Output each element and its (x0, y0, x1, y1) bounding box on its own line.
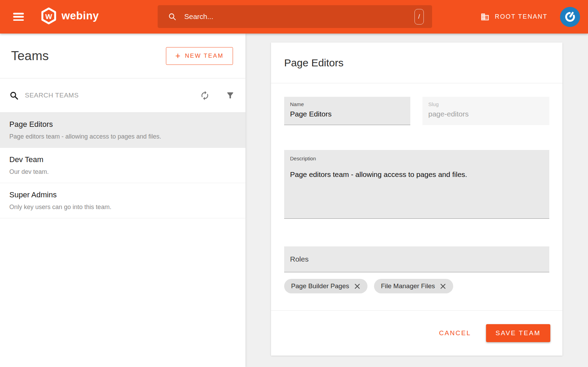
user-avatar[interactable] (560, 7, 580, 27)
menu-icon[interactable] (13, 13, 24, 21)
new-team-button-label: NEW TEAM (185, 53, 224, 59)
roles-chips: Page Builder Pages File Manager Files (284, 279, 549, 293)
cancel-button[interactable]: CANCEL (439, 329, 471, 337)
webiny-logo: W webiny (41, 7, 99, 25)
name-field[interactable]: Name Page Editors (284, 97, 410, 125)
role-chip-page-builder-pages: Page Builder Pages (284, 279, 367, 293)
form-actions: CANCEL SAVE TEAM (271, 310, 562, 356)
global-search-input[interactable] (184, 12, 414, 21)
team-name: Dev Team (9, 155, 235, 164)
new-team-button[interactable]: + NEW TEAM (166, 47, 233, 65)
logo-letter: W (45, 12, 52, 20)
team-list-item-page-editors[interactable]: Page Editors Page editors team - allowin… (0, 113, 245, 148)
refresh-button[interactable] (200, 91, 210, 101)
teams-search-row (0, 78, 245, 113)
team-detail-area: Page Editors Name Page Editors Slug page… (245, 34, 588, 367)
description-field-value: Page editors team - allowing access to p… (290, 170, 543, 179)
role-chip-file-manager-files: File Manager Files (374, 279, 453, 293)
slug-field: Slug page-editors (422, 97, 549, 125)
teams-panel: Teams + NEW TEAM Page Editors Page edito… (0, 34, 245, 367)
page-title: Teams (11, 49, 49, 63)
team-description: Only key users can go into this team. (9, 204, 235, 211)
team-description: Our dev team. (9, 168, 235, 176)
teams-search-input[interactable] (25, 92, 200, 99)
description-field-label: Description (290, 156, 543, 161)
remove-role-button[interactable] (354, 283, 361, 290)
role-chip-label: File Manager Files (381, 282, 435, 290)
team-detail-card: Page Editors Name Page Editors Slug page… (271, 43, 562, 356)
team-detail-title: Page Editors (284, 57, 344, 69)
building-icon (480, 12, 489, 21)
remove-role-button[interactable] (440, 283, 446, 290)
roles-field-label: Roles (290, 255, 309, 263)
topbar-right: ROOT TENANT (480, 0, 580, 34)
team-form: Name Page Editors Slug page-editors Desc… (271, 97, 562, 293)
name-field-label: Name (290, 101, 404, 107)
filter-funnel-icon (226, 91, 235, 100)
name-field-value: Page Editors (290, 110, 404, 118)
close-icon (440, 283, 446, 290)
tenant-selector[interactable]: ROOT TENANT (480, 12, 548, 21)
webiny-logo-hexagon-icon: W (41, 7, 57, 25)
team-detail-header: Page Editors (271, 43, 562, 83)
description-field[interactable]: Description Page editors team - allowing… (284, 150, 549, 219)
tenant-label: ROOT TENANT (495, 13, 548, 20)
slug-field-value: page-editors (428, 110, 543, 118)
roles-field[interactable]: Roles (284, 246, 549, 272)
team-list-item-super-admins[interactable]: Super Admins Only key users can go into … (0, 183, 245, 218)
save-team-button[interactable]: SAVE TEAM (486, 324, 550, 342)
close-icon (354, 283, 361, 290)
team-list-item-dev-team[interactable]: Dev Team Our dev team. (0, 148, 245, 183)
teams-panel-header: Teams + NEW TEAM (0, 34, 245, 78)
slug-field-label: Slug (428, 101, 543, 107)
team-name: Super Admins (9, 190, 235, 199)
refresh-icon (200, 91, 210, 101)
search-icon (168, 12, 177, 21)
brand-wordmark: webiny (62, 10, 99, 22)
search-icon (9, 91, 19, 100)
team-description: Page editors team - allowing access to p… (9, 133, 235, 140)
plus-icon: + (175, 50, 180, 60)
filter-button[interactable] (226, 91, 235, 100)
team-name: Page Editors (9, 120, 235, 129)
slash-shortcut-badge: / (414, 9, 424, 25)
teams-list: Page Editors Page editors team - allowin… (0, 113, 245, 218)
global-search-bar[interactable]: / (158, 5, 432, 28)
role-chip-label: Page Builder Pages (291, 282, 349, 290)
power-avatar-icon (561, 8, 579, 26)
topbar: W webiny / ROOT TENANT (0, 0, 588, 34)
